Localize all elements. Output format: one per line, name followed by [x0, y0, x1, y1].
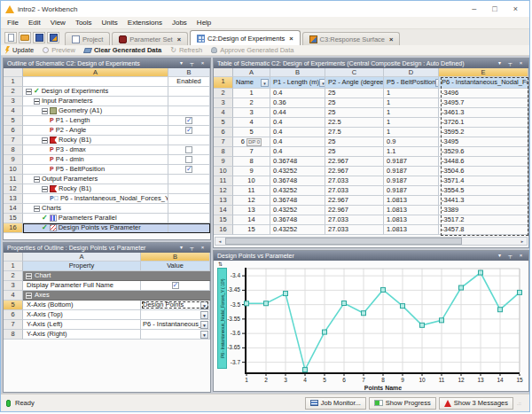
outline-item[interactable]: Output Parameters [23, 175, 168, 184]
outline-item[interactable]: P2 - Angle [23, 126, 168, 136]
table-cell[interactable]: 1 [384, 118, 439, 128]
table-cell[interactable]: 1.0813 [384, 196, 439, 206]
table-cell[interactable]: 25 [325, 98, 384, 108]
outline-item[interactable]: ✓Parameters Parallel [23, 214, 168, 223]
table-cell[interactable]: 27.033 [325, 225, 384, 235]
table-cell[interactable]: -3389 [439, 206, 528, 215]
dropdown[interactable]: P6 - Instantaneous_Nodal_Forc...▼ [141, 320, 209, 329]
table-cell[interactable]: -3495.7 [439, 98, 528, 108]
table-cell[interactable]: 0.43252 [270, 206, 325, 215]
table-col-b[interactable]: B [270, 68, 325, 77]
table-row[interactable]: 210.4251-3496 [214, 89, 528, 98]
expander-icon[interactable] [42, 108, 48, 114]
pin-icon[interactable]: ┬ [188, 244, 196, 252]
design-point-name[interactable]: 3 [233, 108, 270, 118]
table-cell[interactable]: 25 [325, 147, 384, 157]
table-cell[interactable]: 0.43252 [270, 225, 325, 235]
outline-item[interactable] [23, 77, 168, 87]
menu-file[interactable]: File [7, 19, 19, 27]
close-icon[interactable]: × [199, 59, 207, 67]
table-cell[interactable]: 0.36748 [270, 157, 325, 167]
panel-menu-icon[interactable]: ▾ [177, 59, 185, 67]
job-monitor--button[interactable]: Job Monitor... [305, 397, 366, 410]
table-cell[interactable]: 1 [384, 108, 439, 118]
table-row[interactable]: 870.4251.1-3529.6 [214, 147, 528, 157]
table-cell[interactable]: 27.033 [325, 186, 384, 196]
outline-row[interactable]: 12Rocky (B1) [4, 184, 210, 194]
table-col-e[interactable]: E [439, 68, 528, 77]
tab-close-icon[interactable]: × [177, 35, 181, 43]
scroll-left-icon[interactable]: ◄ [215, 239, 224, 244]
property-value[interactable]: Value [141, 262, 210, 271]
design-point-name[interactable]: 7 [233, 147, 270, 157]
outline-col-a[interactable]: A [23, 68, 168, 77]
property-value[interactable]: ▼ [141, 330, 210, 340]
outline-col-b[interactable]: B [168, 68, 210, 77]
outline-row[interactable]: 2✓Design of Experiments [4, 87, 210, 97]
table-cell[interactable]: 0.9187 [384, 157, 439, 167]
table-cell[interactable]: 0.9187 [384, 176, 439, 186]
close-icon[interactable]: × [199, 244, 207, 252]
filter-icon[interactable]: ▾ [319, 79, 325, 87]
design-point-name[interactable]: 2 [233, 98, 270, 108]
table-row[interactable]: 76DP 00.4250.9-3495 [214, 137, 528, 147]
table-cell[interactable]: -3457.8 [439, 225, 528, 235]
outline-item[interactable]: Geometry (A1) [23, 106, 168, 116]
chevron-down-icon[interactable]: ▼ [200, 331, 208, 339]
table-row[interactable]: 12110.4325227.0330.9187-3554.5 [214, 186, 528, 196]
menu-edit[interactable]: Edit [28, 19, 41, 27]
table-row[interactable]: 15140.3674827.0331.0813-3517.2 [214, 215, 528, 225]
design-point-name[interactable]: 5 [233, 128, 270, 137]
table-row[interactable]: 16150.4325227.0331.0813-3457.8 [214, 225, 528, 235]
enabled-cell[interactable] [168, 116, 210, 126]
resize-grip[interactable]: .:: [517, 401, 524, 406]
expander-icon[interactable] [26, 89, 32, 95]
checkbox-checked[interactable] [185, 117, 192, 124]
tab-c2-design-of-experiments[interactable]: C2:Design of Experiments× [190, 30, 301, 45]
table-cell[interactable]: -3517.2 [439, 215, 528, 225]
expander-icon[interactable] [34, 176, 40, 183]
table-cell[interactable]: -3554.5 [439, 186, 528, 196]
table-cell[interactable]: 0.36748 [270, 215, 325, 225]
tab-parameter-set[interactable]: Parameter Set× [112, 32, 188, 45]
table-cell[interactable]: 0.43252 [270, 186, 325, 196]
table-cell[interactable]: 0.44 [270, 108, 325, 118]
dropdown[interactable]: Design Points▼ [141, 301, 209, 309]
table-cell[interactable]: 1.0813 [384, 215, 439, 225]
outline-item[interactable]: Input Parameters [23, 97, 168, 106]
panel-menu-icon[interactable]: ▾ [177, 244, 185, 252]
chevron-down-icon[interactable]: ▼ [200, 311, 208, 319]
property-value[interactable]: Design Points▼ [141, 301, 210, 310]
table-cell[interactable]: 22.5 [325, 118, 384, 128]
outline-row[interactable]: 15✓Parameters Parallel [4, 214, 210, 223]
menu-jobs[interactable]: Jobs [172, 19, 187, 27]
expander-icon[interactable] [42, 137, 48, 144]
horizontal-scrollbar[interactable]: ◄ ► [215, 237, 528, 246]
outline-item[interactable]: Rocky (B1) [23, 136, 168, 145]
outline-row[interactable]: 3Input Parameters [4, 97, 210, 106]
outline-row[interactable]: 5P1 - Length [4, 116, 210, 126]
property-row[interactable]: 8Y-Axis (Right)▼ [4, 330, 210, 340]
property-row[interactable]: 6X-Axis (Top)▼ [4, 310, 210, 320]
property-row[interactable]: 7Y-Axis (Left)P6 - Instantaneous_Nodal_F… [4, 320, 210, 330]
property-row[interactable]: 1PropertyValue [4, 262, 210, 271]
table-cell[interactable]: 0.4 [270, 147, 325, 157]
properties-col-b[interactable]: B [141, 253, 210, 262]
chevron-down-icon[interactable]: ▼ [200, 301, 208, 309]
save-as-button[interactable] [47, 32, 59, 43]
outline-item[interactable]: ✓Design of Experiments [23, 87, 168, 97]
table-cell[interactable]: -3461.3 [439, 108, 528, 118]
dropdown[interactable]: ▼ [141, 330, 209, 339]
outline-item[interactable]: P4 - dmin [23, 155, 168, 165]
pin-icon[interactable]: ┬ [188, 59, 196, 67]
checkbox-checked[interactable] [185, 127, 192, 134]
table-cell[interactable]: 22.967 [325, 157, 384, 167]
table-cell[interactable]: -3529.6 [439, 147, 528, 157]
table-cell[interactable]: 27.033 [325, 215, 384, 225]
design-point-name[interactable]: 1 [233, 89, 270, 98]
tab-close-icon[interactable]: × [289, 35, 293, 43]
property-value[interactable]: ▼ [141, 310, 210, 320]
menu-help[interactable]: Help [197, 19, 211, 27]
outline-row[interactable]: 8P3 - dmax [4, 145, 210, 155]
outline-item[interactable]: P3 - dmax [23, 145, 168, 155]
